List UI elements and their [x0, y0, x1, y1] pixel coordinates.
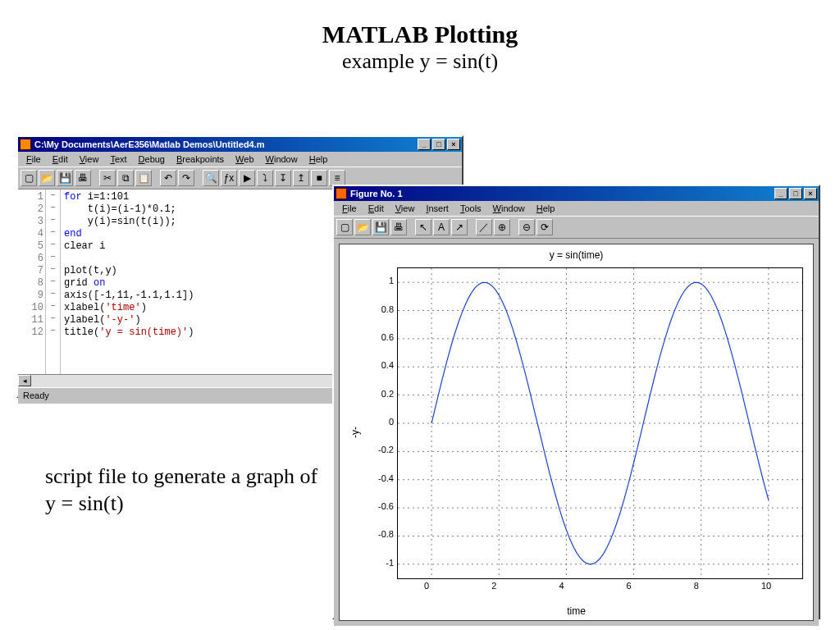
line-number-gutter: 123456789101112 — [18, 189, 46, 374]
minimize-button[interactable]: _ — [418, 139, 431, 150]
x-axis-label: time — [340, 605, 813, 617]
y-tick-label: -0.4 — [361, 473, 394, 483]
editor-title-text: C:\My Documents\AerE356\Matlab Demos\Unt… — [34, 139, 418, 149]
close-button[interactable]: × — [447, 139, 460, 150]
save-icon[interactable]: 💾 — [57, 170, 73, 186]
text-icon[interactable]: A — [433, 219, 450, 235]
x-tick-label: 8 — [694, 581, 699, 591]
matlab-figure-icon — [336, 188, 347, 199]
breakpoint-gutter[interactable]: –––––––––––– — [46, 189, 61, 374]
rotate-icon[interactable]: ⟳ — [536, 219, 553, 235]
new-icon[interactable]: ▢ — [336, 219, 353, 235]
x-tick-label: 2 — [491, 581, 496, 591]
menu-web[interactable]: Web — [231, 153, 258, 165]
y-tick-label: -0.6 — [361, 501, 394, 511]
menu-help[interactable]: Help — [304, 153, 333, 165]
menu-debug[interactable]: Debug — [134, 153, 170, 165]
menu-window[interactable]: Window — [261, 153, 303, 165]
editor-menubar: FileEditViewTextDebugBreakpointsWebWindo… — [18, 152, 462, 167]
figure-window: Figure No. 1 _ □ × FileEditViewInsertToo… — [332, 185, 820, 619]
menu-window[interactable]: Window — [488, 203, 530, 214]
maximize-button[interactable]: □ — [789, 188, 802, 199]
y-tick-label: 0.6 — [361, 332, 394, 342]
y-tick-label: 0 — [361, 417, 394, 427]
menu-help[interactable]: Help — [532, 203, 560, 214]
figure-title-text: Figure No. 1 — [350, 189, 774, 199]
figure-menubar: FileEditViewInsertToolsWindowHelp — [334, 201, 819, 216]
menu-file[interactable]: File — [337, 203, 362, 214]
menu-tools[interactable]: Tools — [455, 203, 486, 214]
y-tick-label: -1 — [361, 558, 394, 568]
paste-icon[interactable]: 📋 — [135, 170, 152, 186]
minimize-button[interactable]: _ — [774, 188, 788, 199]
plot-svg — [398, 268, 802, 578]
zoom-out-icon[interactable]: ⊖ — [518, 219, 535, 235]
figure-titlebar[interactable]: Figure No. 1 _ □ × — [334, 186, 819, 201]
find-icon[interactable]: 🔍 — [203, 170, 219, 186]
menu-edit[interactable]: Edit — [48, 153, 73, 165]
undo-icon[interactable]: ↶ — [160, 170, 176, 186]
menu-text[interactable]: Text — [105, 153, 131, 165]
matlab-file-icon — [20, 139, 31, 150]
stack-icon[interactable]: ≡ — [329, 170, 345, 186]
figure-toolbar: ▢📂💾🖶↖A↗／⊕⊖⟳ — [334, 216, 819, 239]
stop-icon[interactable]: ■ — [311, 170, 327, 186]
x-tick-label: 6 — [627, 581, 632, 591]
axes-box — [397, 267, 803, 579]
y-tick-label: 0.8 — [361, 304, 394, 314]
fx-icon[interactable]: ƒx — [221, 170, 237, 186]
redo-icon[interactable]: ↷ — [178, 170, 194, 186]
editor-titlebar[interactable]: C:\My Documents\AerE356\Matlab Demos\Unt… — [18, 137, 462, 152]
zoom-in-icon[interactable]: ⊕ — [494, 219, 510, 235]
x-tick-label: 0 — [424, 581, 429, 591]
step-out-icon[interactable]: ↥ — [293, 170, 309, 186]
step-in-icon[interactable]: ↧ — [275, 170, 291, 186]
copy-icon[interactable]: ⧉ — [117, 170, 134, 186]
slide-title: MATLAB Plotting — [0, 21, 840, 48]
slide-caption: script file to generate a graph of y = s… — [45, 463, 324, 517]
slide-subtitle: example y = sin(t) — [0, 49, 840, 74]
run-icon[interactable]: ▶ — [239, 170, 255, 186]
line-icon[interactable]: ／ — [476, 219, 492, 235]
menu-view[interactable]: View — [75, 153, 104, 165]
y-tick-label: 0.4 — [361, 360, 394, 370]
plot-title: y = sin(time) — [340, 249, 813, 261]
close-button[interactable]: × — [804, 188, 817, 199]
y-tick-label: -0.8 — [361, 529, 394, 539]
menu-file[interactable]: File — [21, 153, 46, 165]
x-tick-label: 4 — [559, 581, 564, 591]
arrow-icon[interactable]: ↗ — [451, 219, 468, 235]
open-icon[interactable]: 📂 — [39, 170, 55, 186]
menu-view[interactable]: View — [390, 203, 420, 214]
menu-insert[interactable]: Insert — [421, 203, 454, 214]
new-icon[interactable]: ▢ — [21, 170, 37, 186]
cut-icon[interactable]: ✂ — [99, 170, 116, 186]
pointer-icon[interactable]: ↖ — [415, 219, 431, 235]
step-icon[interactable]: ⤵ — [257, 170, 273, 186]
menu-edit[interactable]: Edit — [363, 203, 389, 214]
save-icon[interactable]: 💾 — [372, 219, 389, 235]
y-tick-label: -0.2 — [361, 445, 394, 454]
y-tick-label: 1 — [361, 276, 394, 285]
y-tick-label: 0.2 — [361, 389, 394, 399]
maximize-button[interactable]: □ — [432, 139, 445, 150]
open-icon[interactable]: 📂 — [354, 219, 371, 235]
menu-breakpoints[interactable]: Breakpoints — [171, 153, 229, 165]
print-icon[interactable]: 🖶 — [390, 219, 407, 235]
plot-canvas[interactable]: y = sin(time) -y- time 0246810-1-0.8-0.6… — [339, 244, 814, 621]
y-axis-label: -y- — [349, 427, 361, 438]
print-icon[interactable]: 🖶 — [75, 170, 91, 186]
x-tick-label: 10 — [761, 581, 771, 591]
scroll-left-button[interactable]: ◂ — [18, 375, 31, 386]
